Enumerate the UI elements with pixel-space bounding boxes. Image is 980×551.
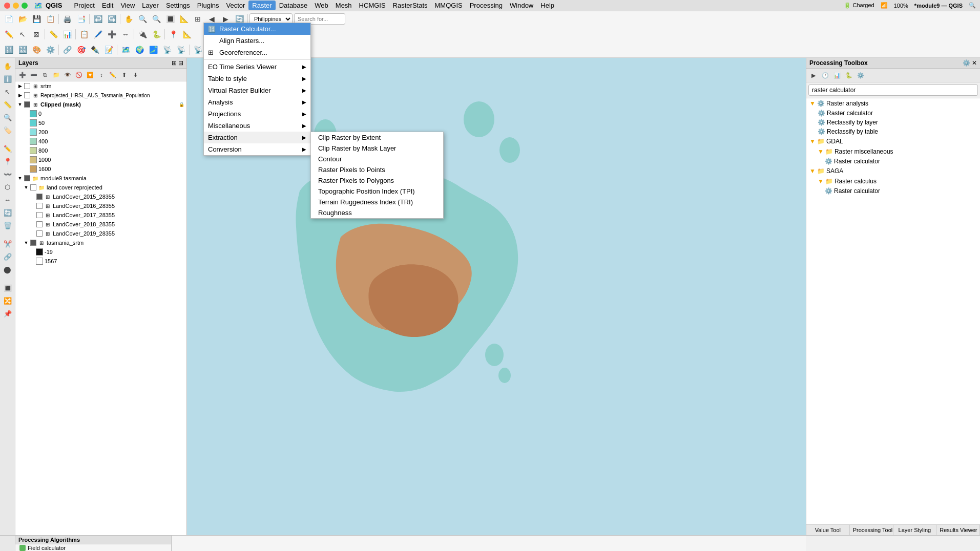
window-controls <box>4 3 28 9</box>
close-button[interactable] <box>4 3 10 9</box>
wifi-icon: 📶 <box>881 2 888 9</box>
table-style-label: Table to style <box>208 75 247 82</box>
app-name-label: QGIS <box>46 2 62 9</box>
menu-edit[interactable]: Edit <box>98 1 117 10</box>
menu-window[interactable]: Window <box>506 1 537 10</box>
analysis-label: Analysis <box>208 98 233 106</box>
projections-label: Projections <box>208 110 241 118</box>
clip-extent-label: Clip Raster by Extent <box>318 134 381 141</box>
menu-conversion[interactable]: Conversion ▶ <box>204 143 310 155</box>
maximize-button[interactable] <box>22 3 28 9</box>
conversion-label: Conversion <box>208 145 242 153</box>
eo-time-label: EO Time Series Viewer <box>208 63 277 71</box>
battery-icon: 🔋 Charged <box>844 2 874 9</box>
minimize-button[interactable] <box>13 3 19 9</box>
menu-layer[interactable]: Layer <box>138 1 162 10</box>
menu-table-to-style[interactable]: Table to style ▶ <box>204 73 310 84</box>
menu-virtual-raster[interactable]: Virtual Raster Builder ▶ <box>204 84 310 96</box>
time-display: 100% <box>894 3 908 9</box>
menu-miscellaneous[interactable]: Miscellaneous ▶ <box>204 120 310 132</box>
conversion-arrow: ▶ <box>302 146 306 152</box>
extraction-label: Extraction <box>208 134 238 141</box>
app-icon: 🗺️ <box>34 2 43 10</box>
menu-raster[interactable]: Raster <box>248 1 275 10</box>
raster-calc-menu-label: Raster Calculator... <box>219 25 276 33</box>
extraction-submenu: Clip Raster by Extent Clip Raster by Mas… <box>310 132 444 219</box>
submenu-tri[interactable]: Terrain Ruggedness Index (TRI) <box>311 197 443 207</box>
submenu-pixels-points[interactable]: Raster Pixels to Points <box>311 164 443 175</box>
align-rasters-label: Align Rasters... <box>219 37 264 45</box>
menu-project[interactable]: Project <box>71 1 98 10</box>
virtual-raster-arrow: ▶ <box>302 88 306 93</box>
menu-analysis[interactable]: Analysis ▶ <box>204 96 310 108</box>
menu-mesh[interactable]: Mesh <box>332 1 356 10</box>
projections-arrow: ▶ <box>302 111 306 117</box>
search-icon[interactable]: 🔍 <box>969 2 976 9</box>
menu-help[interactable]: Help <box>537 1 558 10</box>
menu-view[interactable]: View <box>117 1 138 10</box>
menu-settings[interactable]: Settings <box>162 1 194 10</box>
dropdown-overlay[interactable] <box>0 11 980 551</box>
menu-eo-time-series[interactable]: EO Time Series Viewer ▶ <box>204 61 310 73</box>
submenu-tpi[interactable]: Topographic Position Index (TPI) <box>311 186 443 197</box>
contour-label: Contour <box>318 155 342 163</box>
roughness-label: Roughness <box>318 209 352 217</box>
submenu-contour[interactable]: Contour <box>311 154 443 164</box>
submenu-roughness[interactable]: Roughness <box>311 207 443 218</box>
menu-raster-calculator[interactable]: 🔢 Raster Calculator... <box>204 23 310 35</box>
menu-rasterstats[interactable]: RasterStats <box>389 1 431 10</box>
virtual-raster-label: Virtual Raster Builder <box>208 87 271 94</box>
menu-plugins[interactable]: Plugins <box>194 1 223 10</box>
georef-menu-label: Georeferencer... <box>219 49 267 56</box>
miscellaneous-label: Miscellaneous <box>208 122 250 130</box>
menu-hcmgis[interactable]: HCMGIS <box>356 1 389 10</box>
menu-mmqgis[interactable]: MMQGIS <box>431 1 466 10</box>
menu-sep-1 <box>204 59 310 60</box>
menu-projections[interactable]: Projections ▶ <box>204 108 310 120</box>
eo-time-arrow: ▶ <box>302 64 306 70</box>
submenu-clip-extent[interactable]: Clip Raster by Extent <box>311 132 443 143</box>
raster-calc-menu-icon: 🔢 <box>208 26 217 33</box>
submenu-clip-mask[interactable]: Clip Raster by Mask Layer <box>311 143 443 154</box>
menu-georeferencer[interactable]: ⊞ Georeferencer... <box>204 47 310 58</box>
menu-database[interactable]: Database <box>276 1 311 10</box>
submenu-pixels-polygons[interactable]: Raster Pixels to Polygons <box>311 175 443 186</box>
georef-menu-icon: ⊞ <box>208 49 217 56</box>
menubar: Project Edit View Layer Settings Plugins… <box>71 1 558 10</box>
extraction-arrow: ▶ <box>302 135 306 140</box>
clip-mask-label: Clip Raster by Mask Layer <box>318 144 396 152</box>
pixels-polygons-label: Raster Pixels to Polygons <box>318 177 394 184</box>
user-name: *module9 — QGIS <box>914 3 963 9</box>
menu-extraction[interactable]: Extraction ▶ Clip Raster by Extent Clip … <box>204 132 310 143</box>
menu-align-rasters[interactable]: Align Rasters... <box>204 35 310 47</box>
menu-web[interactable]: Web <box>311 1 332 10</box>
tri-label: Terrain Ruggedness Index (TRI) <box>318 198 413 206</box>
analysis-arrow: ▶ <box>302 99 306 105</box>
system-status: 🔋 Charged 📶 100% *module9 — QGIS 🔍 <box>844 2 976 9</box>
miscellaneous-arrow: ▶ <box>302 123 306 129</box>
menu-processing[interactable]: Processing <box>466 1 506 10</box>
tpi-label: Topographic Position Index (TPI) <box>318 187 415 195</box>
menu-vector[interactable]: Vector <box>223 1 249 10</box>
pixels-points-label: Raster Pixels to Points <box>318 166 385 174</box>
raster-dropdown-menu: 🔢 Raster Calculator... Align Rasters... … <box>203 23 311 156</box>
table-style-arrow: ▶ <box>302 76 306 81</box>
